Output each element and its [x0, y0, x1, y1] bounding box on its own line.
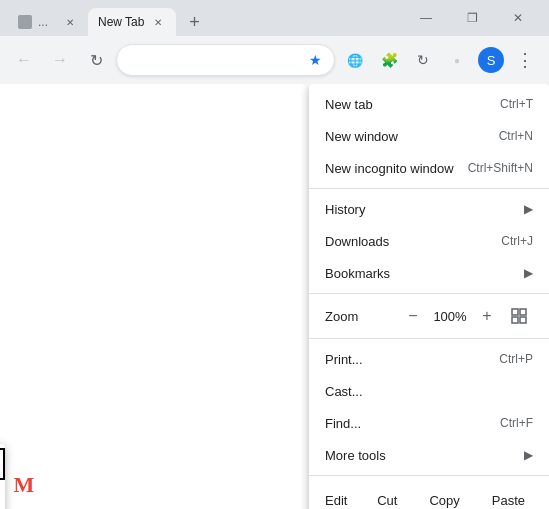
menu-zoom-row: Zoom − 100% +: [309, 298, 549, 334]
copy-button[interactable]: Copy: [413, 484, 475, 509]
history-arrow-icon: ▶: [524, 202, 533, 216]
minimize-button[interactable]: —: [403, 0, 449, 36]
profile-icon[interactable]: S: [475, 44, 507, 76]
tab-close-active[interactable]: ✕: [150, 14, 166, 30]
svg-rect-1: [520, 309, 526, 315]
menu-item-new-incognito-label: New incognito window: [325, 161, 468, 176]
tab-bar: ... ✕ New Tab ✕ + — ❐ ✕: [0, 0, 549, 36]
svg-rect-3: [520, 317, 526, 323]
window-controls: — ❐ ✕: [403, 0, 541, 36]
back-button[interactable]: ←: [8, 44, 40, 76]
omnibox[interactable]: ★: [116, 44, 335, 76]
bookmarks-arrow-icon: ▶: [524, 266, 533, 280]
browser-window: ... ✕ New Tab ✕ + — ❐ ✕ ← → ↻ ★ 🌐: [0, 0, 549, 509]
tab-close-inactive[interactable]: ✕: [62, 14, 78, 30]
tab-inactive[interactable]: ... ✕: [8, 8, 88, 36]
tab-title-active: New Tab: [98, 15, 144, 29]
menu-item-downloads[interactable]: Downloads Ctrl+J: [309, 225, 549, 257]
close-button[interactable]: ✕: [495, 0, 541, 36]
update-icon[interactable]: ↻: [407, 44, 439, 76]
menu-item-downloads-shortcut: Ctrl+J: [501, 234, 533, 248]
reload-button[interactable]: ↻: [80, 44, 112, 76]
svg-rect-2: [512, 317, 518, 323]
edit-label: Edit: [317, 493, 361, 508]
zoom-value: 100%: [429, 309, 471, 324]
omnibox-bar: ← → ↻ ★ 🌐 🧩 ↻ ● S ⋮: [0, 36, 549, 84]
menu-item-print[interactable]: Print... Ctrl+P: [309, 343, 549, 375]
tab-active[interactable]: New Tab ✕: [88, 8, 176, 36]
zoom-plus-button[interactable]: +: [473, 302, 501, 330]
submenu-item-about-chrome[interactable]: About Google Chrome: [0, 448, 5, 480]
bookmark-star-icon[interactable]: ★: [309, 52, 322, 68]
toolbar-actions: 🌐 🧩 ↻ ● S ⋮: [339, 44, 541, 76]
menu-item-new-window-label: New window: [325, 129, 499, 144]
svg-rect-0: [512, 309, 518, 315]
submenu-item-help-center[interactable]: Help center: [0, 480, 5, 509]
divider-2: [309, 293, 549, 294]
media-icon[interactable]: ●: [441, 44, 473, 76]
zoom-minus-button[interactable]: −: [399, 302, 427, 330]
extensions-icon[interactable]: 🧩: [373, 44, 405, 76]
menu-dots-icon: ⋮: [516, 49, 534, 71]
menu-button[interactable]: ⋮: [509, 44, 541, 76]
menu-item-history-label: History: [325, 202, 524, 217]
tab-favicon: [18, 15, 32, 29]
page-content: New tab Ctrl+T New window Ctrl+N New inc…: [0, 84, 549, 509]
menu-item-bookmarks[interactable]: Bookmarks ▶: [309, 257, 549, 289]
divider-3: [309, 338, 549, 339]
maximize-button[interactable]: ❐: [449, 0, 495, 36]
menu-item-print-shortcut: Ctrl+P: [499, 352, 533, 366]
profile-avatar: S: [478, 47, 504, 73]
context-menu: New tab Ctrl+T New window Ctrl+N New inc…: [309, 84, 549, 509]
menu-item-new-incognito[interactable]: New incognito window Ctrl+Shift+N: [309, 152, 549, 184]
menu-item-find-label: Find...: [325, 416, 500, 431]
divider-1: [309, 188, 549, 189]
menu-item-new-window[interactable]: New window Ctrl+N: [309, 120, 549, 152]
menu-item-more-tools[interactable]: More tools ▶: [309, 439, 549, 471]
zoom-controls: − 100% +: [399, 302, 501, 330]
divider-4: [309, 475, 549, 476]
menu-item-new-tab[interactable]: New tab Ctrl+T: [309, 88, 549, 120]
menu-item-new-tab-label: New tab: [325, 97, 500, 112]
menu-item-new-incognito-shortcut: Ctrl+Shift+N: [468, 161, 533, 175]
menu-item-find[interactable]: Find... Ctrl+F: [309, 407, 549, 439]
gmail-icon[interactable]: M: [0, 461, 48, 509]
menu-item-print-label: Print...: [325, 352, 499, 367]
menu-item-cast[interactable]: Cast...: [309, 375, 549, 407]
menu-item-new-tab-shortcut: Ctrl+T: [500, 97, 533, 111]
forward-button[interactable]: →: [44, 44, 76, 76]
menu-edit-row: Edit Cut Copy Paste: [309, 480, 549, 509]
tab-title-inactive: ...: [38, 15, 56, 29]
zoom-label: Zoom: [325, 309, 399, 324]
more-tools-arrow-icon: ▶: [524, 448, 533, 462]
menu-item-bookmarks-label: Bookmarks: [325, 266, 524, 281]
menu-item-find-shortcut: Ctrl+F: [500, 416, 533, 430]
menu-item-history[interactable]: History ▶: [309, 193, 549, 225]
menu-item-cast-label: Cast...: [325, 384, 533, 399]
translate-icon[interactable]: 🌐: [339, 44, 371, 76]
cut-button[interactable]: Cut: [361, 484, 413, 509]
help-submenu: About Google Chrome Help center Report a…: [0, 444, 5, 509]
menu-item-more-tools-label: More tools: [325, 448, 524, 463]
new-tab-button[interactable]: +: [180, 8, 208, 36]
fullscreen-button[interactable]: [505, 302, 533, 330]
paste-button[interactable]: Paste: [476, 484, 541, 509]
menu-item-new-window-shortcut: Ctrl+N: [499, 129, 533, 143]
menu-item-downloads-label: Downloads: [325, 234, 501, 249]
